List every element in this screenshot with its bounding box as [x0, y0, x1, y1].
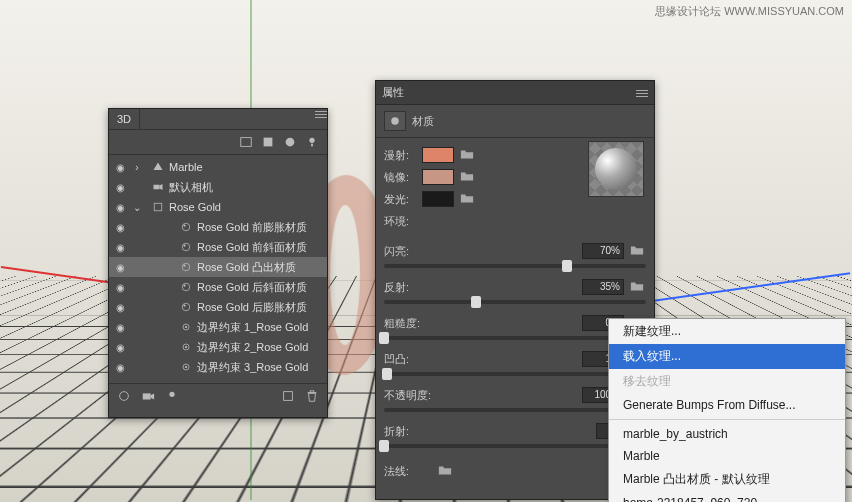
tab-3d[interactable]: 3D: [109, 109, 140, 129]
tree-row[interactable]: ◉边界约束 1_Rose Gold: [109, 317, 327, 337]
watermark: 思缘设计论坛 WWW.MISSYUAN.COM: [655, 4, 844, 19]
subheader-label: 材质: [412, 114, 434, 129]
tree-row[interactable]: ◉Rose Gold 前斜面材质: [109, 237, 327, 257]
svg-point-25: [169, 392, 174, 397]
visibility-icon[interactable]: ◉: [113, 242, 127, 253]
svg-point-3: [309, 138, 314, 143]
tree-row[interactable]: ◉Rose Gold 凸出材质: [109, 257, 327, 277]
reflect-texture-icon[interactable]: [630, 280, 646, 294]
bump-slider[interactable]: [384, 372, 646, 376]
tree-item-label: Rose Gold 凸出材质: [197, 260, 296, 275]
chevron-icon[interactable]: ›: [131, 162, 143, 173]
camera-icon[interactable]: [139, 388, 157, 404]
reflect-value[interactable]: 35%: [582, 279, 624, 295]
glow-swatch[interactable]: [422, 191, 454, 207]
material-preview[interactable]: [588, 141, 644, 197]
filter-light-icon[interactable]: [303, 134, 321, 150]
texture-context-menu: 新建纹理...载入纹理...移去纹理Generate Bumps From Di…: [608, 318, 846, 502]
shine-value[interactable]: 70%: [582, 243, 624, 259]
mesh-icon: [151, 200, 165, 214]
filter-material-icon[interactable]: [281, 134, 299, 150]
shine-label: 闪亮:: [384, 244, 432, 259]
normal-label: 法线:: [384, 464, 432, 479]
rough-slider[interactable]: [384, 336, 646, 340]
menu-item[interactable]: Marble: [609, 445, 845, 467]
reflect-slider[interactable]: [384, 300, 646, 304]
rough-label: 粗糙度:: [384, 316, 432, 331]
tree-item-label: Rose Gold 前斜面材质: [197, 240, 307, 255]
tree-row[interactable]: ◉Rose Gold 后膨胀材质: [109, 297, 327, 317]
glow-label: 发光:: [384, 192, 416, 207]
visibility-icon[interactable]: ◉: [113, 342, 127, 353]
constraint-icon: [179, 360, 193, 374]
material-icon: [179, 240, 193, 254]
tree-row[interactable]: ◉默认相机: [109, 177, 327, 197]
tree-item-label: Rose Gold: [169, 201, 221, 213]
svg-rect-5: [154, 185, 160, 190]
tree-row[interactable]: ◉⌄Rose Gold: [109, 197, 327, 217]
visibility-icon[interactable]: ◉: [113, 202, 127, 213]
chevron-icon[interactable]: ⌄: [131, 202, 143, 213]
tree-row[interactable]: ◉Rose Gold 后斜面材质: [109, 277, 327, 297]
filter-scene-icon[interactable]: [237, 134, 255, 150]
trash-icon[interactable]: [303, 388, 321, 404]
svg-rect-26: [284, 392, 293, 401]
normal-texture-icon[interactable]: [438, 464, 454, 478]
diffuse-texture-icon[interactable]: [460, 148, 476, 162]
visibility-icon[interactable]: ◉: [113, 162, 127, 173]
specular-texture-icon[interactable]: [460, 170, 476, 184]
svg-point-8: [183, 224, 185, 226]
panel-menu-icon[interactable]: [315, 109, 327, 119]
shine-slider[interactable]: [384, 264, 646, 268]
light-icon[interactable]: [163, 388, 181, 404]
svg-point-7: [182, 223, 190, 231]
visibility-icon[interactable]: ◉: [113, 182, 127, 193]
filter-mesh-icon[interactable]: [259, 134, 277, 150]
material-mode-icon[interactable]: [384, 111, 406, 131]
menu-item[interactable]: 载入纹理...: [609, 344, 845, 369]
svg-point-11: [182, 263, 190, 271]
tree-item-label: Rose Gold 后膨胀材质: [197, 300, 307, 315]
shine-texture-icon[interactable]: [630, 244, 646, 258]
diffuse-swatch[interactable]: [422, 147, 454, 163]
tree-row[interactable]: ◉›Marble: [109, 157, 327, 177]
scene-icon: [151, 160, 165, 174]
menu-item[interactable]: marble_by_austrich: [609, 423, 845, 445]
tree-row[interactable]: ◉边界约束 2_Rose Gold: [109, 337, 327, 357]
tree-row[interactable]: ◉Rose Gold 前膨胀材质: [109, 217, 327, 237]
menu-separator: [609, 419, 845, 420]
visibility-icon[interactable]: ◉: [113, 282, 127, 293]
panel-menu-icon[interactable]: [636, 88, 648, 98]
specular-label: 镜像:: [384, 170, 416, 185]
panel-bottom-toolbar: [109, 383, 327, 408]
svg-point-15: [182, 303, 190, 311]
opacity-slider[interactable]: [384, 408, 646, 412]
menu-item[interactable]: 新建纹理...: [609, 319, 845, 344]
visibility-icon[interactable]: ◉: [113, 322, 127, 333]
refract-slider[interactable]: [384, 444, 646, 448]
tree-item-label: 边界约束 1_Rose Gold: [197, 320, 308, 335]
tree-item-label: 默认相机: [169, 180, 213, 195]
menu-item[interactable]: home-2318457_960_720: [609, 492, 845, 502]
new-layer-icon[interactable]: [279, 388, 297, 404]
glow-texture-icon[interactable]: [460, 192, 476, 206]
visibility-icon[interactable]: ◉: [113, 222, 127, 233]
menu-item[interactable]: Generate Bumps From Diffuse...: [609, 394, 845, 416]
svg-rect-24: [143, 393, 151, 399]
specular-swatch[interactable]: [422, 169, 454, 185]
opacity-label: 不透明度:: [384, 388, 432, 403]
svg-point-9: [182, 243, 190, 251]
visibility-icon[interactable]: ◉: [113, 262, 127, 273]
visibility-icon[interactable]: ◉: [113, 302, 127, 313]
svg-point-20: [185, 346, 187, 348]
menu-item: 移去纹理: [609, 369, 845, 394]
camera-icon: [151, 180, 165, 194]
constraint-icon: [179, 340, 193, 354]
menu-item[interactable]: Marble 凸出材质 - 默认纹理: [609, 467, 845, 492]
render-icon[interactable]: [115, 388, 133, 404]
svg-point-2: [286, 138, 295, 147]
visibility-icon[interactable]: ◉: [113, 362, 127, 373]
svg-rect-1: [264, 138, 273, 147]
refract-label: 折射:: [384, 424, 432, 439]
tree-row[interactable]: ◉边界约束 3_Rose Gold: [109, 357, 327, 377]
